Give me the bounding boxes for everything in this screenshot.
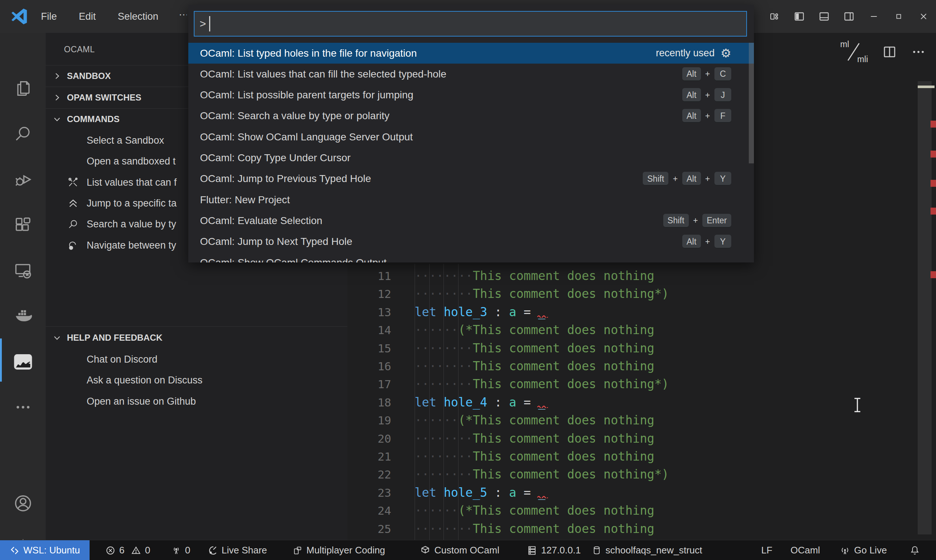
code-line-25[interactable]: 25········This comment does nothing: [347, 520, 936, 538]
remote-explorer-activity-icon[interactable]: [0, 252, 46, 289]
palette-row-right: Alt+C: [682, 67, 731, 81]
palette-row-right: Alt+F: [682, 109, 731, 123]
code-line-16[interactable]: 16········This comment does nothing: [347, 357, 936, 375]
code-line-22[interactable]: 22········This comment does nothing*): [347, 465, 936, 484]
host-indicator[interactable]: 127.0.0.1: [526, 540, 580, 560]
customize-layout-icon[interactable]: [762, 0, 787, 33]
whitespace-dots: ········: [415, 269, 473, 283]
close-icon[interactable]: [911, 0, 936, 33]
run-debug-activity-icon[interactable]: [0, 161, 46, 198]
plus-sign: +: [705, 174, 710, 184]
warning-icon: [131, 545, 141, 555]
configure-keybinding-gear-icon[interactable]: ⚙: [720, 46, 731, 60]
keybinding-chip: Shift: [643, 172, 668, 186]
palette-row-4[interactable]: OCaml: Search a value by type or polarit…: [188, 106, 754, 126]
help-item-3[interactable]: Open an issue on Github: [46, 391, 347, 412]
command-palette-input[interactable]: >: [194, 11, 747, 37]
extensions-activity-icon[interactable]: [0, 207, 46, 243]
palette-row-10[interactable]: OCaml: Jump to Next Typed HoleAlt+Y: [188, 231, 754, 252]
ml-label: ml: [840, 40, 849, 49]
menu-edit[interactable]: Edit: [76, 9, 99, 24]
more-actions-icon[interactable]: [911, 45, 926, 59]
language-indicator[interactable]: OCaml: [790, 540, 820, 560]
code-text: let hole_3 : a = _: [415, 303, 545, 321]
comment-text: (*This comment does nothing: [458, 413, 654, 427]
code-line-20[interactable]: 20········This comment does nothing: [347, 429, 936, 448]
code-line-18[interactable]: 18let hole_4 : a = _: [347, 393, 936, 412]
code-line-21[interactable]: 21········This comment does nothing: [347, 448, 936, 466]
code-line-17[interactable]: 17········This comment does nothing*): [347, 375, 936, 393]
palette-row-8[interactable]: Flutter: New Project: [188, 189, 754, 210]
more-activity-icon[interactable]: [0, 389, 46, 426]
palette-row-11[interactable]: OCaml: Show OCaml Commands Output: [188, 252, 754, 263]
typed-hole-underscore: _: [538, 485, 545, 500]
code-line-24[interactable]: 24······(*This comment does nothing: [347, 502, 936, 520]
toggle-sidebar-icon[interactable]: [787, 0, 812, 33]
error-mark: [930, 208, 936, 215]
remote-indicator[interactable]: WSL: Ubuntu: [0, 540, 89, 560]
go-live-icon: [839, 545, 850, 556]
menubar-overflow[interactable]: ⋯: [179, 9, 187, 20]
sidebar-command-label: Open a sandboxed t: [87, 156, 176, 167]
switch-ml-mli-icon[interactable]: ml mli: [839, 40, 868, 64]
tools-icon: [65, 177, 82, 188]
notifications-bell[interactable]: [909, 540, 920, 560]
maximize-icon[interactable]: [886, 0, 911, 33]
palette-row-7[interactable]: OCaml: Jump to Previous Typed HoleShift+…: [188, 169, 754, 189]
palette-row-6[interactable]: OCaml: Copy Type Under Cursor: [188, 148, 754, 169]
palette-row-right: recently used⚙: [656, 46, 731, 60]
server-icon: [526, 545, 537, 556]
code-line-23[interactable]: 23let hole_5 : a = _: [347, 484, 936, 502]
code-line-11[interactable]: 11········This comment does nothing: [347, 267, 936, 285]
status-bar: WSL: Ubuntu 6 0 0 Live Share Multiplayer…: [0, 540, 936, 560]
bell-icon: [909, 545, 920, 556]
palette-row-3[interactable]: OCaml: List possible parent targets for …: [188, 85, 754, 106]
binding-name: hole_3: [443, 305, 487, 319]
keybinding-chip: Alt: [682, 235, 701, 249]
live-share-button[interactable]: Live Share: [207, 540, 267, 560]
toggle-secondary-sidebar-icon[interactable]: [836, 0, 861, 33]
palette-row-label: OCaml: Show OCaml Commands Output: [200, 257, 386, 263]
divider: [46, 326, 347, 327]
palette-row-label: OCaml: List possible parent targets for …: [200, 89, 414, 101]
search-activity-icon[interactable]: [0, 116, 46, 152]
account-activity-icon[interactable]: [0, 485, 46, 522]
code-line-12[interactable]: 12········This comment does nothing*): [347, 285, 936, 303]
chevron-right-icon: [52, 71, 62, 81]
overview-ruler-cursor-mark: [918, 86, 934, 88]
eol-indicator[interactable]: LF: [761, 540, 772, 560]
palette-row-5[interactable]: OCaml: Show OCaml Language Server Output: [188, 126, 754, 147]
plus-sign: +: [693, 216, 698, 226]
section-help-and-feedback[interactable]: HELP AND FEEDBACK: [46, 327, 347, 348]
problems-indicator[interactable]: 6 0: [105, 540, 150, 560]
palette-row-2[interactable]: OCaml: List values that can fill the sel…: [188, 64, 754, 85]
custom-ocaml-button[interactable]: Custom OCaml: [420, 540, 499, 560]
menu-selection[interactable]: Selection: [115, 9, 161, 24]
ports-indicator[interactable]: 0: [171, 540, 190, 560]
multiplayer-coding-button[interactable]: Multiplayer Coding: [292, 540, 385, 560]
comment-text: This comment does nothing*): [473, 286, 669, 301]
split-editor-icon[interactable]: [882, 44, 897, 60]
palette-scrollbar[interactable]: [749, 43, 754, 163]
workspace-db-indicator[interactable]: schoolfaqs_new_struct: [591, 540, 702, 560]
palette-row-1[interactable]: OCaml: List typed holes in the file for …: [188, 43, 754, 64]
toggle-panel-icon[interactable]: [812, 0, 836, 33]
help-item-1[interactable]: Chat on Discord: [46, 349, 347, 370]
code-line-15[interactable]: 15········This comment does nothing: [347, 339, 936, 357]
keybinding-chip: Alt: [682, 88, 701, 102]
menu-file[interactable]: File: [38, 9, 60, 24]
code-line-14[interactable]: 14······(*This comment does nothing: [347, 321, 936, 339]
double-chevron-up-icon: [65, 197, 82, 209]
whitespace-dots: ········: [415, 467, 473, 482]
code-line-13[interactable]: 13let hole_3 : a = _: [347, 303, 936, 321]
editor-scrollbar[interactable]: [918, 81, 931, 534]
ocaml-activity-icon[interactable]: [0, 344, 46, 380]
code-text: let hole_4 : a = _: [415, 393, 545, 412]
minimize-icon[interactable]: [861, 0, 886, 33]
palette-row-9[interactable]: OCaml: Evaluate SelectionShift+Enter: [188, 210, 754, 231]
help-item-2[interactable]: Ask a question on Discuss: [46, 370, 347, 391]
go-live-button[interactable]: Go Live: [839, 540, 887, 560]
explorer-activity-icon[interactable]: [0, 70, 46, 107]
code-line-19[interactable]: 19······(*This comment does nothing: [347, 411, 936, 429]
docker-activity-icon[interactable]: [0, 298, 46, 334]
